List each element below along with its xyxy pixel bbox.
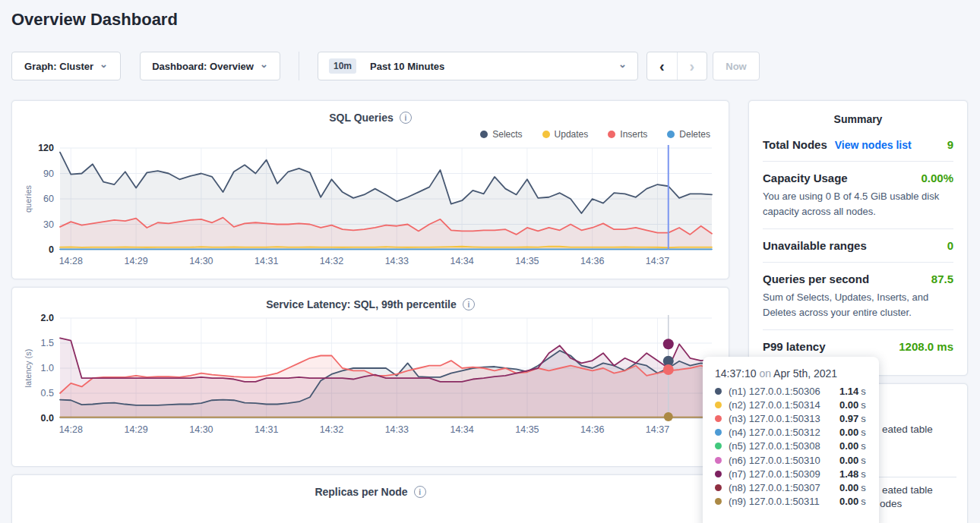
dashboard-dropdown-label: Dashboard: Overview [152,61,254,72]
p99-latency-value: 1208.0 ms [899,340,953,353]
node-latency-unit: s [861,399,866,411]
svg-text:14:29: 14:29 [124,424,147,435]
sql-queries-title: SQL Queries i [12,112,729,124]
p99-latency-label: P99 latency [763,340,826,353]
toolbar-divider [299,52,299,80]
total-nodes-value: 9 [947,138,953,151]
legend-dot-icon [542,131,550,138]
svg-text:14:30: 14:30 [189,424,213,435]
tooltip-timestamp: 14:37:10 on Apr 5th, 2021 [715,367,867,380]
event-item-fragment[interactable]: eated table [882,424,933,435]
legend-dot-icon [480,131,488,138]
overview-dashboard-page: Overview Dashboard Graph: Cluster ⌄ Dash… [0,0,980,523]
info-icon[interactable]: i [400,112,412,124]
node-address: (n7) 127.0.0.1:50309 [729,468,839,480]
svg-text:14:34: 14:34 [450,424,473,435]
svg-text:14:32: 14:32 [320,256,343,266]
time-range-dropdown[interactable]: 10m Past 10 Minutes ⌄ [318,52,638,80]
svg-text:1.5: 1.5 [41,338,54,348]
node-address: (n3) 127.0.0.1:50313 [729,413,839,424]
node-address: (n4) 127.0.0.1:50312 [729,427,839,438]
event-item-fragment[interactable]: eated table [882,484,933,496]
svg-text:14:30: 14:30 [189,256,213,266]
legend-label: Selects [492,129,522,140]
qps-label: Queries per second [763,273,869,285]
svg-text:14:33: 14:33 [385,256,409,266]
node-color-dot-icon [715,471,722,477]
node-color-dot-icon [715,484,722,491]
svg-text:14:35: 14:35 [515,424,539,435]
time-back-button[interactable]: ‹ [647,52,678,80]
svg-text:14:29: 14:29 [124,256,147,266]
unavailable-ranges-value: 0 [947,239,953,252]
replicas-per-node-card: Replicas per Node i [11,474,729,523]
legend-item-deletes[interactable]: Deletes [667,128,710,140]
service-latency-chart[interactable]: 14:2814:2914:3014:3114:3214:3314:3414:35… [21,312,720,438]
graph-dropdown[interactable]: Graph: Cluster ⌄ [11,52,121,80]
summary-title: Summary [763,113,953,125]
tooltip-date: Apr 5th, 2021 [773,367,837,380]
node-latency-value: 0.97 [839,413,858,424]
sql-queries-chart[interactable]: 14:2814:2914:3014:3114:3214:3314:3414:35… [21,142,720,269]
tooltip-time: 14:37:10 [715,367,757,380]
svg-text:60: 60 [43,194,54,204]
node-latency-unit: s [861,413,866,424]
node-address: (n1) 127.0.0.1:50306 [729,386,839,397]
service-latency-title-text: Service Latency: SQL, 99th percentile [266,298,457,310]
legend-item-selects[interactable]: Selects [480,128,522,140]
time-range-label: Past 10 Minutes [370,61,444,72]
chevron-right-icon: › [689,58,694,75]
summary-row-total-nodes: Total Nodes View nodes list 9 [763,128,953,162]
node-address: (n2) 127.0.0.1:50314 [729,399,839,411]
qps-desc: Sum of Selects, Updates, Inserts, and De… [763,290,953,320]
svg-text:14:36: 14:36 [580,424,604,435]
summary-row-capacity-usage: Capacity Usage 0.00% You are using 0 B o… [763,162,953,229]
service-latency-title: Service Latency: SQL, 99th percentile i [12,298,729,310]
time-forward-button[interactable]: › [678,52,707,80]
node-latency-value: 0.00 [839,399,858,411]
service-latency-card: Service Latency: SQL, 99th percentile i … [11,287,729,467]
total-nodes-label: Total Nodes [763,138,827,151]
info-icon[interactable]: i [463,298,475,310]
svg-text:14:37: 14:37 [646,256,669,266]
node-color-dot-icon [715,388,722,395]
dashboard-dropdown[interactable]: Dashboard: Overview ⌄ [140,52,280,80]
capacity-usage-label: Capacity Usage [763,172,848,184]
svg-text:30: 30 [43,219,54,230]
legend-label: Deletes [679,129,710,140]
node-latency-unit: s [861,440,866,452]
svg-text:14:34: 14:34 [450,256,473,266]
node-latency-value: 0.00 [839,482,858,493]
node-latency-unit: s [861,386,866,397]
node-latency-value: 0.00 [839,455,858,466]
node-color-dot-icon [715,402,722,408]
node-latency-unit: s [861,427,866,438]
legend-item-inserts[interactable]: Inserts [608,128,647,140]
tooltip-node-row: (n8) 127.0.0.1:503070.00s [715,480,867,494]
summary-card: Summary Total Nodes View nodes list 9 Ca… [748,100,968,376]
graph-dropdown-label: Graph: Cluster [24,61,93,72]
event-item-fragment[interactable]: odes [880,498,902,509]
now-button[interactable]: Now [713,52,760,80]
chevron-down-icon: ⌄ [260,61,268,68]
node-color-dot-icon [715,443,722,449]
svg-text:14:33: 14:33 [385,424,409,435]
node-color-dot-icon [715,415,722,422]
chevron-down-icon: ⌄ [100,61,108,68]
capacity-usage-desc: You are using 0 B of 4.5 GiB usable disk… [763,189,953,219]
view-nodes-list-link[interactable]: View nodes list [835,139,912,151]
svg-text:14:31: 14:31 [254,424,278,435]
svg-text:0.5: 0.5 [41,388,54,399]
legend-item-updates[interactable]: Updates [542,128,589,140]
node-latency-value: 0.00 [839,496,858,507]
info-icon[interactable]: i [414,486,426,498]
node-color-dot-icon [715,457,722,464]
page-title: Overview Dashboard [11,10,178,30]
tooltip-node-row: (n6) 127.0.0.1:503100.00s [715,453,867,467]
sql-queries-legend: SelectsUpdatesInsertsDeletes [12,128,710,140]
chart-hover-tooltip: 14:37:10 on Apr 5th, 2021 (n1) 127.0.0.1… [703,357,879,523]
svg-text:0: 0 [49,244,54,255]
svg-text:14:35: 14:35 [515,256,539,266]
capacity-usage-value: 0.00% [921,172,953,184]
replicas-per-node-title-text: Replicas per Node [315,486,407,498]
